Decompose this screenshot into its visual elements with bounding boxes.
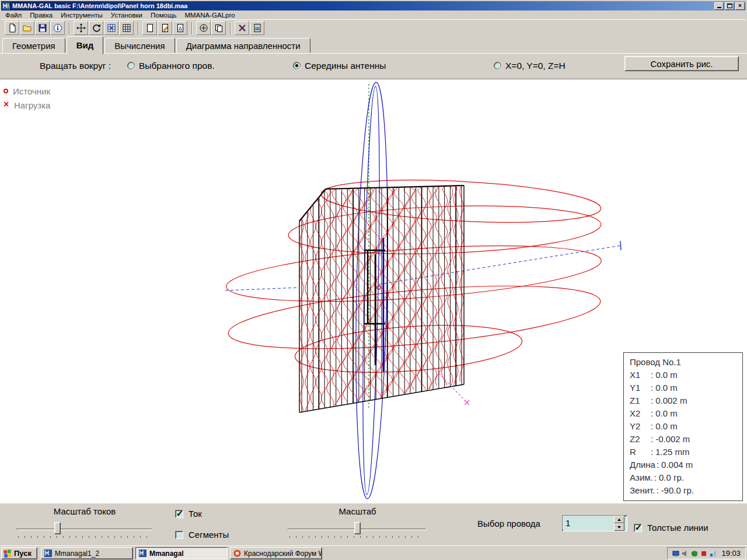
triangle-page-button[interactable] [173, 21, 187, 35]
pan-view-icon [76, 23, 86, 33]
taskbar-clock: 19:03 [721, 549, 741, 558]
wire-spin-up-button[interactable] [614, 516, 624, 523]
triangle-page-icon [176, 23, 185, 33]
app-icon [2, 2, 10, 10]
segments-checkbox-box[interactable] [175, 531, 183, 539]
current-scale-slider[interactable] [16, 521, 152, 538]
wire-info-row: Длина:0.004 m [630, 459, 742, 471]
segments-checkbox[interactable]: Сегменты [175, 530, 229, 540]
new-file-button[interactable] [5, 21, 19, 35]
wire-select-label: Выбор провода [477, 519, 540, 528]
toolbar-separator [230, 22, 231, 34]
tray-shield-icon[interactable] [691, 550, 698, 557]
wire-info-row: Z2:-0.002 m [630, 433, 742, 446]
edit-page-button[interactable] [158, 21, 172, 35]
tab-label: Диаграмма направленности [186, 41, 301, 51]
segments-checkbox-label: Сегменты [189, 530, 229, 540]
tab-label: Геометрия [12, 41, 55, 51]
taskbar-task-mmanagal[interactable]: Mmanagal [135, 547, 228, 559]
edit-page-icon [160, 23, 170, 33]
wire-table-icon [122, 23, 131, 33]
wire-spin-down-button[interactable] [614, 523, 624, 531]
tray-network-icon[interactable] [710, 550, 717, 557]
current-scale-slider-thumb[interactable] [54, 522, 61, 534]
center-view-icon [199, 23, 208, 33]
radio-antenna-center[interactable] [293, 62, 301, 69]
task-icon [139, 550, 146, 557]
current-checkbox-box[interactable] [175, 510, 183, 518]
slider-ticks [18, 536, 151, 538]
thick-lines-checkbox[interactable]: Толстые линии [634, 523, 708, 533]
restore-button[interactable] [725, 2, 734, 10]
save-file-button[interactable] [35, 21, 50, 35]
antenna-view-canvas[interactable]: Источник Нагрузка Провод No.1 X1:0.0 m Y… [0, 79, 747, 503]
toolbar-separator [191, 22, 193, 34]
rotate-around-label: Вращать вокруг : [40, 61, 111, 71]
tab-geometry[interactable]: Геометрия [2, 38, 65, 53]
radio-selected-wire[interactable] [127, 62, 135, 69]
taskbar-task-forum[interactable]: Краснодарский Форум W... [230, 547, 322, 559]
restore-icon [727, 4, 732, 8]
wire-select-spinner[interactable] [562, 515, 627, 531]
scale-slider-thumb[interactable] [354, 522, 361, 534]
tab-calculations[interactable]: Вычисления [104, 38, 174, 53]
current-checkbox-label: Ток [189, 509, 202, 519]
copy-view-icon [214, 23, 224, 33]
title-bar: MMANA-GAL basic F:\Antenn\dipol\Panel ho… [1, 1, 746, 10]
system-tray: 19:03 [667, 547, 746, 559]
task-icon [44, 550, 52, 557]
wire-info-row: Азим.:0.0 гр. [630, 471, 742, 484]
radio-origin-label[interactable]: X=0, Y=0, Z=H [505, 61, 566, 71]
radio-antenna-center-label[interactable]: Середины антенны [305, 61, 386, 71]
menu-mmana-galpro[interactable]: MMANA-GALpro [180, 11, 239, 19]
open-file-button[interactable] [20, 21, 34, 35]
thick-lines-checkbox-box[interactable] [634, 524, 642, 532]
center-view-button[interactable] [196, 21, 211, 35]
wire-number-input[interactable] [563, 516, 614, 530]
menu-file[interactable]: Файл [1, 11, 26, 19]
menu-help[interactable]: Помощь [146, 11, 180, 19]
blank-page-button[interactable] [142, 21, 157, 35]
menu-bar: Файл Правка Инструменты Установки Помощь… [1, 10, 746, 19]
wire-grid-icon [107, 23, 116, 33]
radio-origin[interactable] [494, 62, 501, 69]
menu-setup[interactable]: Установки [107, 11, 146, 19]
tools-button[interactable] [235, 21, 249, 35]
tab-view[interactable]: Вид [67, 36, 104, 54]
wire-grid-button[interactable] [104, 21, 118, 35]
tray-status-icon[interactable] [700, 550, 707, 557]
open-file-icon [23, 23, 32, 33]
wire-table-button[interactable] [119, 21, 134, 35]
tab-bar: Геометрия Вид Вычисления Диаграмма напра… [0, 36, 747, 53]
menu-tools[interactable]: Инструменты [57, 11, 107, 19]
scale-slider[interactable] [288, 521, 426, 538]
scale-label: Масштаб [289, 506, 426, 516]
taskbar: Пуск Mmanagal1_2 Mmanagal Краснодарский … [0, 545, 747, 560]
copy-view-button[interactable] [211, 21, 226, 35]
tab-label: Вычисления [114, 41, 165, 51]
slider-ticks [289, 536, 424, 538]
radio-selected-wire-label[interactable]: Выбранного пров. [139, 61, 215, 71]
tray-display-icon[interactable] [672, 550, 679, 557]
menu-edit[interactable]: Правка [26, 11, 57, 19]
wire-info-row: Y2:0.0 m [630, 420, 742, 433]
thick-lines-checkbox-label: Толстые линии [647, 523, 708, 533]
minimize-icon [717, 7, 721, 8]
taskbar-task-mmanagal1-2[interactable]: Mmanagal1_2 [41, 547, 133, 559]
source-icon [4, 89, 8, 93]
close-button[interactable]: × [735, 2, 745, 10]
task-icon [233, 550, 241, 557]
calculator-button[interactable] [250, 21, 264, 35]
pan-view-button[interactable] [74, 21, 88, 35]
tray-volume-icon[interactable] [682, 550, 689, 557]
current-checkbox[interactable]: Ток [175, 509, 202, 519]
wire-info-row: Зенит.:-90.0 гр. [630, 484, 742, 497]
rotate-view-button[interactable] [89, 21, 103, 35]
minimize-button[interactable] [714, 2, 724, 10]
view-options-row: Вращать вокруг : Выбранного пров. Середи… [0, 53, 747, 79]
start-button[interactable]: Пуск [1, 547, 37, 559]
window-title: MMANA-GAL basic F:\Antenn\dipol\Panel ho… [12, 2, 714, 9]
tab-pattern[interactable]: Диаграмма направленности [176, 38, 310, 53]
save-picture-button[interactable]: Сохранить рис. [624, 56, 739, 71]
info-button[interactable] [50, 21, 65, 35]
